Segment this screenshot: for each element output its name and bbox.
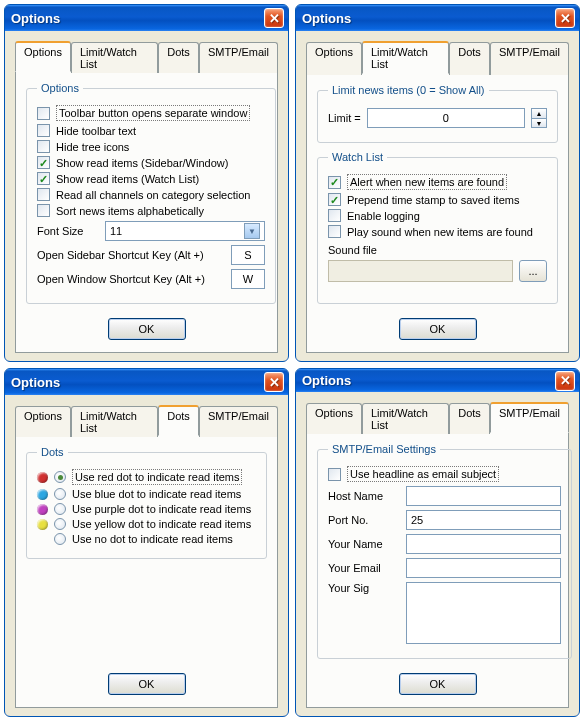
tab-options[interactable]: Options — [15, 406, 71, 437]
tab-dots[interactable]: Dots — [158, 42, 199, 73]
name-input[interactable] — [406, 534, 561, 554]
check-label: Show read items (Watch List) — [56, 173, 199, 185]
tab-dots[interactable]: Dots — [158, 405, 199, 436]
tab-smtp[interactable]: SMTP/Email — [199, 42, 278, 73]
window-key-label: Open Window Shortcut Key (Alt +) — [37, 273, 225, 285]
check-prepend-timestamp[interactable] — [328, 193, 341, 206]
sig-label: Your Sig — [328, 582, 400, 594]
ok-button[interactable]: OK — [399, 673, 477, 695]
red-dot-icon — [37, 472, 48, 483]
tab-options[interactable]: Options — [306, 403, 362, 434]
radio-label: Use yellow dot to indicate read items — [72, 518, 251, 530]
check-play-sound[interactable] — [328, 225, 341, 238]
limit-input[interactable] — [367, 108, 525, 128]
tab-limit[interactable]: Limit/Watch List — [362, 41, 449, 74]
close-icon[interactable]: ✕ — [555, 8, 575, 28]
titlebar[interactable]: Options ✕ — [296, 369, 579, 392]
check-label: Hide tree icons — [56, 141, 129, 153]
window-smtp: Options ✕ Options Limit/Watch List Dots … — [295, 368, 580, 717]
tab-smtp[interactable]: SMTP/Email — [490, 402, 569, 433]
sidebar-key-label: Open Sidebar Shortcut Key (Alt +) — [37, 249, 225, 261]
titlebar[interactable]: Options ✕ — [296, 5, 579, 31]
check-label: Toolbar button opens separate window — [56, 105, 250, 121]
titlebar[interactable]: Options ✕ — [5, 369, 288, 395]
close-icon[interactable]: ✕ — [555, 371, 575, 391]
window-title: Options — [11, 11, 264, 26]
font-size-value: 11 — [110, 225, 122, 237]
check-label: Enable logging — [347, 210, 420, 222]
email-input[interactable] — [406, 558, 561, 578]
window-dots: Options ✕ Options Limit/Watch List Dots … — [4, 368, 289, 717]
font-size-select[interactable]: 11 ▼ — [105, 221, 265, 241]
tab-limit[interactable]: Limit/Watch List — [362, 403, 449, 434]
blue-dot-icon — [37, 489, 48, 500]
check-label: Sort news items alphabetically — [56, 205, 204, 217]
close-icon[interactable]: ✕ — [264, 8, 284, 28]
check-label: Prepend time stamp to saved items — [347, 194, 519, 206]
sidebar-key-input[interactable] — [231, 245, 265, 265]
tab-limit[interactable]: Limit/Watch List — [71, 406, 158, 437]
radio-label: Use red dot to indicate read items — [72, 469, 242, 485]
tab-smtp[interactable]: SMTP/Email — [199, 406, 278, 437]
name-label: Your Name — [328, 538, 400, 550]
port-input[interactable] — [406, 510, 561, 530]
ok-button[interactable]: OK — [108, 318, 186, 340]
check-hide-toolbar-text[interactable] — [37, 124, 50, 137]
radio-no-dot[interactable] — [54, 533, 66, 545]
host-input[interactable] — [406, 486, 561, 506]
limit-label: Limit = — [328, 112, 361, 124]
window-title: Options — [302, 373, 555, 388]
check-hide-tree-icons[interactable] — [37, 140, 50, 153]
limit-spinner[interactable]: ▲▼ — [531, 108, 547, 128]
ok-button[interactable]: OK — [108, 673, 186, 695]
check-label: Show read items (Sidebar/Window) — [56, 157, 228, 169]
check-label: Read all channels on category selection — [56, 189, 250, 201]
check-show-read-watchlist[interactable] — [37, 172, 50, 185]
window-title: Options — [302, 11, 555, 26]
host-label: Host Name — [328, 490, 400, 502]
radio-red-dot[interactable] — [54, 471, 66, 483]
window-key-input[interactable] — [231, 269, 265, 289]
radio-purple-dot[interactable] — [54, 503, 66, 515]
radio-blue-dot[interactable] — [54, 488, 66, 500]
check-toolbar-separate[interactable] — [37, 107, 50, 120]
yellow-dot-icon — [37, 519, 48, 530]
check-label: Hide toolbar text — [56, 125, 136, 137]
check-sort-alpha[interactable] — [37, 204, 50, 217]
group-smtp: SMTP/Email Settings — [328, 443, 440, 455]
check-enable-logging[interactable] — [328, 209, 341, 222]
browse-button[interactable]: ... — [519, 260, 547, 282]
spinner-up-icon: ▲ — [532, 109, 546, 118]
port-label: Port No. — [328, 514, 400, 526]
tab-bar: Options Limit/Watch List Dots SMTP/Email — [15, 41, 278, 72]
purple-dot-icon — [37, 504, 48, 515]
group-watchlist: Watch List — [328, 151, 387, 163]
check-label: Alert when new items are found — [347, 174, 507, 190]
check-alert-new[interactable] — [328, 176, 341, 189]
check-read-all-category[interactable] — [37, 188, 50, 201]
tab-limit[interactable]: Limit/Watch List — [71, 42, 158, 73]
group-limit: Limit news items (0 = Show All) — [328, 84, 489, 96]
ok-button[interactable]: OK — [399, 318, 477, 340]
group-dots: Dots — [37, 446, 68, 458]
window-options: Options ✕ Options Limit/Watch List Dots … — [4, 4, 289, 362]
check-headline-subject[interactable] — [328, 468, 341, 481]
sound-file-label: Sound file — [328, 244, 547, 256]
tab-options[interactable]: Options — [15, 41, 71, 72]
radio-label: Use blue dot to indicate read items — [72, 488, 241, 500]
radio-yellow-dot[interactable] — [54, 518, 66, 530]
email-label: Your Email — [328, 562, 400, 574]
tab-dots[interactable]: Dots — [449, 403, 490, 434]
titlebar[interactable]: Options ✕ — [5, 5, 288, 31]
radio-label: Use no dot to indicate read items — [72, 533, 233, 545]
font-size-label: Font Size — [37, 225, 99, 237]
close-icon[interactable]: ✕ — [264, 372, 284, 392]
chevron-down-icon[interactable]: ▼ — [244, 223, 260, 239]
tab-dots[interactable]: Dots — [449, 42, 490, 75]
sound-file-input[interactable] — [328, 260, 513, 282]
tab-options[interactable]: Options — [306, 42, 362, 75]
group-options: Options — [37, 82, 83, 94]
sig-input[interactable] — [406, 582, 561, 644]
tab-smtp[interactable]: SMTP/Email — [490, 42, 569, 75]
check-show-read-sidebar[interactable] — [37, 156, 50, 169]
